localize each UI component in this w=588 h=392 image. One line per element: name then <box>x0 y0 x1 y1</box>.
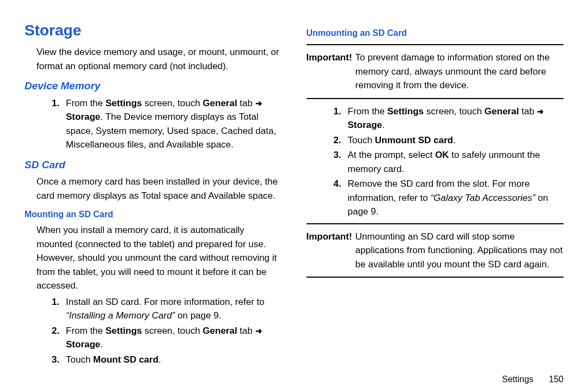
bold-ok: OK <box>435 150 449 160</box>
bold-general: General <box>485 106 519 117</box>
right-column: Unmounting an SD Card Important! To prev… <box>307 19 564 367</box>
text: tab <box>519 106 537 117</box>
text: . <box>382 120 385 130</box>
mounting-steps: Install an SD card. For more information… <box>52 295 282 367</box>
sd-card-paragraph: Once a memory card has been installed in… <box>36 175 282 203</box>
arrow-icon: ➜ <box>255 326 262 335</box>
important-box-1: Important! To prevent damage to informat… <box>307 44 564 99</box>
text: Install an SD card. For more information… <box>66 297 265 307</box>
page-footer: Settings 150 <box>24 367 564 386</box>
important-text: Unmounting an SD card will stop some app… <box>356 230 564 272</box>
arrow-icon: ➜ <box>255 99 262 108</box>
text: screen, touch <box>424 106 485 117</box>
device-memory-step-1: From the Settings screen, touch General … <box>52 96 282 152</box>
text: At the prompt, select <box>348 150 436 160</box>
text: tab <box>237 98 255 108</box>
bold-storage: Storage <box>66 339 100 350</box>
text: screen, touch <box>142 326 203 336</box>
text: From the <box>66 98 106 108</box>
arrow-icon: ➜ <box>537 107 544 116</box>
text: Touch <box>66 354 93 365</box>
unmounting-step-3: At the prompt, select OK to safely unmou… <box>334 148 564 176</box>
unmounting-heading: Unmounting an SD Card <box>307 27 564 40</box>
bold-general: General <box>203 98 237 108</box>
unmounting-step-4: Remove the SD card from the slot. For mo… <box>334 177 564 219</box>
bold-mount-sd: Mount SD card <box>93 354 158 365</box>
sd-card-heading: SD Card <box>24 157 282 173</box>
bold-settings: Settings <box>106 98 142 108</box>
reference-link: “Installing a Memory Card” <box>66 310 175 321</box>
bold-general: General <box>203 326 237 336</box>
bold-settings: Settings <box>387 106 424 117</box>
device-memory-steps: From the Settings screen, touch General … <box>52 96 282 152</box>
page-number: 150 <box>549 375 564 384</box>
bold-storage: Storage <box>348 120 382 130</box>
unmounting-step-1: From the Settings screen, touch General … <box>334 105 564 132</box>
text: screen, touch <box>142 98 203 108</box>
bold-settings: Settings <box>106 326 142 336</box>
mounting-step-2: From the Settings screen, touch General … <box>52 324 282 352</box>
text: . <box>158 354 161 365</box>
important-label: Important! <box>307 230 352 272</box>
bold-storage: Storage <box>66 112 100 122</box>
content-columns: Storage View the device memory and usage… <box>24 19 564 367</box>
unmounting-steps: From the Settings screen, touch General … <box>334 105 564 219</box>
mounting-step-3: Touch Mount SD card. <box>52 353 282 367</box>
text: . <box>453 135 456 145</box>
page-title: Storage <box>24 19 282 42</box>
bold-unmount-sd: Unmount SD card <box>375 135 454 145</box>
footer-section: Settings <box>502 375 534 384</box>
mounting-step-1: Install an SD card. For more information… <box>52 295 282 323</box>
unmounting-step-2: Touch Unmount SD card. <box>334 133 564 148</box>
text: on page 9. <box>175 310 221 321</box>
left-column: Storage View the device memory and usage… <box>24 19 282 367</box>
text: . <box>100 339 103 350</box>
important-label: Important! <box>307 51 352 93</box>
text: tab <box>237 326 255 336</box>
text: From the <box>66 326 106 336</box>
intro-paragraph: View the device memory and usage, or mou… <box>36 45 282 73</box>
important-text: To prevent damage to information stored … <box>356 51 564 93</box>
mounting-heading: Mounting an SD Card <box>24 208 282 221</box>
important-box-2: Important! Unmounting an SD card will st… <box>307 223 564 278</box>
reference-link: “Galaxy Tab Accessories” <box>431 193 535 203</box>
text: Touch <box>348 135 375 145</box>
text: From the <box>348 106 388 117</box>
mounting-paragraph: When you install a memory card, it is au… <box>36 223 282 293</box>
device-memory-heading: Device Memory <box>24 78 282 94</box>
